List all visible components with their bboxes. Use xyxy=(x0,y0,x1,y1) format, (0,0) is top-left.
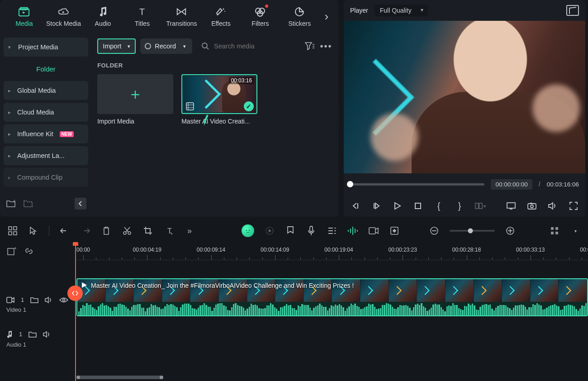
tabs-more-button[interactable]: › xyxy=(319,9,334,24)
split-icon[interactable] xyxy=(122,225,133,236)
tab-effects[interactable]: Effects xyxy=(201,0,241,33)
mark-in-icon[interactable]: { xyxy=(433,200,444,211)
tab-media[interactable]: Media xyxy=(5,0,44,33)
current-time: 00:00:00:00 xyxy=(491,179,532,190)
keyframe-icon[interactable] xyxy=(389,225,400,236)
mute-icon[interactable] xyxy=(43,331,51,338)
text-tool-icon[interactable]: T xyxy=(163,225,174,236)
link-icon[interactable] xyxy=(24,247,33,256)
search-input[interactable] xyxy=(214,43,299,50)
playhead[interactable] xyxy=(75,242,76,381)
collapse-sidebar-button[interactable] xyxy=(75,198,86,210)
svg-rect-21 xyxy=(507,203,515,208)
select-tool-icon[interactable] xyxy=(28,225,39,236)
add-track-icon[interactable]: + xyxy=(7,247,16,255)
scope-icon[interactable] xyxy=(566,5,579,16)
timeline-clip[interactable]: Master AI Video Creation_ Join the #Film… xyxy=(76,278,588,316)
display-icon[interactable] xyxy=(506,200,517,211)
sidebar-cloud-media[interactable]: ▸ Cloud Media xyxy=(4,103,88,122)
svg-rect-41 xyxy=(393,229,396,233)
effects-icon xyxy=(215,6,226,17)
svg-line-12 xyxy=(207,48,209,49)
layout-icon[interactable] xyxy=(7,225,18,236)
svg-rect-29 xyxy=(14,232,17,235)
record-button[interactable]: Record ▾ xyxy=(140,38,192,54)
sidebar-influence-kit[interactable]: ▸ Influence Kit NEW xyxy=(4,124,88,143)
svg-point-5 xyxy=(223,8,224,10)
auto-beat-icon[interactable] xyxy=(347,225,358,236)
crop-icon[interactable] xyxy=(142,225,153,236)
sidebar-compound-clip[interactable]: ▸ Compound Clip xyxy=(4,168,88,187)
visibility-icon[interactable] xyxy=(59,297,68,303)
prev-frame-icon[interactable] xyxy=(350,200,361,211)
volume-icon[interactable] xyxy=(547,200,558,211)
stop-icon[interactable] xyxy=(413,200,423,211)
render-icon[interactable] xyxy=(264,225,275,236)
more-options-icon[interactable]: ••• xyxy=(320,40,332,52)
new-bin-icon[interactable] xyxy=(23,198,33,209)
scale-knob[interactable] xyxy=(67,286,83,301)
ai-assistant-icon[interactable] xyxy=(242,224,254,237)
quality-dropdown[interactable]: Full Quality xyxy=(375,5,428,16)
preview-canvas[interactable] xyxy=(344,21,585,173)
more-tools-icon[interactable]: » xyxy=(184,225,195,236)
mute-icon[interactable] xyxy=(45,296,53,304)
svg-marker-36 xyxy=(269,229,271,233)
marker-icon[interactable] xyxy=(285,225,296,236)
svg-point-11 xyxy=(202,43,207,48)
compare-icon[interactable]: ▾ xyxy=(475,200,486,211)
filter-sort-icon[interactable] xyxy=(304,40,316,52)
audio-track-head[interactable]: 1 Audio 1 xyxy=(0,322,75,356)
media-clip-tile[interactable]: 00:03:16 ✓ Master AI Video Creati... xyxy=(181,74,257,125)
play-icon[interactable] xyxy=(392,200,403,211)
tab-transitions[interactable]: Transitions xyxy=(162,0,201,33)
svg-rect-49 xyxy=(551,232,554,234)
svg-rect-48 xyxy=(555,227,558,230)
audio-icon xyxy=(6,330,13,338)
titles-icon: T xyxy=(137,6,147,17)
sidebar-global-media[interactable]: ▸ Global Media xyxy=(4,81,88,100)
import-media-tile[interactable]: ＋ Import Media xyxy=(97,74,173,125)
timeline-ruler[interactable]: 00:0000:00:04:1900:00:09:1400:00:14:0900… xyxy=(75,242,588,260)
svg-rect-47 xyxy=(551,227,554,230)
folder-icon[interactable] xyxy=(28,331,37,338)
folder-icon[interactable] xyxy=(30,297,38,303)
voiceover-icon[interactable] xyxy=(306,225,317,236)
fullscreen-icon[interactable] xyxy=(568,200,579,211)
step-back-icon[interactable] xyxy=(371,200,382,211)
snapshot-icon[interactable] xyxy=(526,200,537,211)
playback-scrubber[interactable] xyxy=(350,183,484,186)
zoom-in-icon[interactable] xyxy=(505,225,516,236)
track-view-icon[interactable] xyxy=(549,225,560,236)
zoom-out-icon[interactable] xyxy=(429,225,440,236)
new-badge: NEW xyxy=(60,131,74,137)
track-view-dropdown-icon[interactable]: ▾ xyxy=(570,225,581,236)
audio-mixer-icon[interactable] xyxy=(327,225,337,236)
tab-titles[interactable]: T Titles xyxy=(123,0,162,33)
video-type-icon xyxy=(185,101,195,111)
svg-point-54 xyxy=(63,299,65,301)
clip-duration: 00:03:16 xyxy=(229,77,254,84)
player-label: Player xyxy=(350,7,368,14)
sidebar-folder[interactable]: Folder xyxy=(4,59,88,78)
tab-audio[interactable]: Audio xyxy=(83,0,123,33)
tab-stock-media[interactable]: Stock Media xyxy=(44,0,83,33)
sidebar-project-media[interactable]: ▾ Project Media xyxy=(4,38,88,57)
redo-icon[interactable] xyxy=(80,225,91,236)
undo-icon[interactable] xyxy=(59,225,70,236)
tab-filters[interactable]: Filters xyxy=(241,0,280,33)
tab-stickers[interactable]: Stickers xyxy=(280,0,319,33)
import-button[interactable]: Import ▾ xyxy=(97,38,136,54)
drag-arrow-annotation xyxy=(204,115,276,217)
delete-icon[interactable] xyxy=(101,225,112,236)
top-tabs: Media Stock Media Audio T Titles xyxy=(0,0,338,33)
timeline-hscroll[interactable] xyxy=(77,376,583,380)
svg-marker-3 xyxy=(63,11,65,13)
zoom-slider[interactable] xyxy=(450,230,495,232)
mark-out-icon[interactable]: } xyxy=(454,200,465,211)
sidebar-adjustment-layer[interactable]: ▸ Adjustment La... xyxy=(4,146,88,165)
video-track-head[interactable]: 1 Video 1 xyxy=(0,287,75,322)
record-screen-icon[interactable] xyxy=(368,225,379,236)
new-folder-icon[interactable]: + xyxy=(5,198,16,209)
svg-rect-26 xyxy=(9,227,12,230)
